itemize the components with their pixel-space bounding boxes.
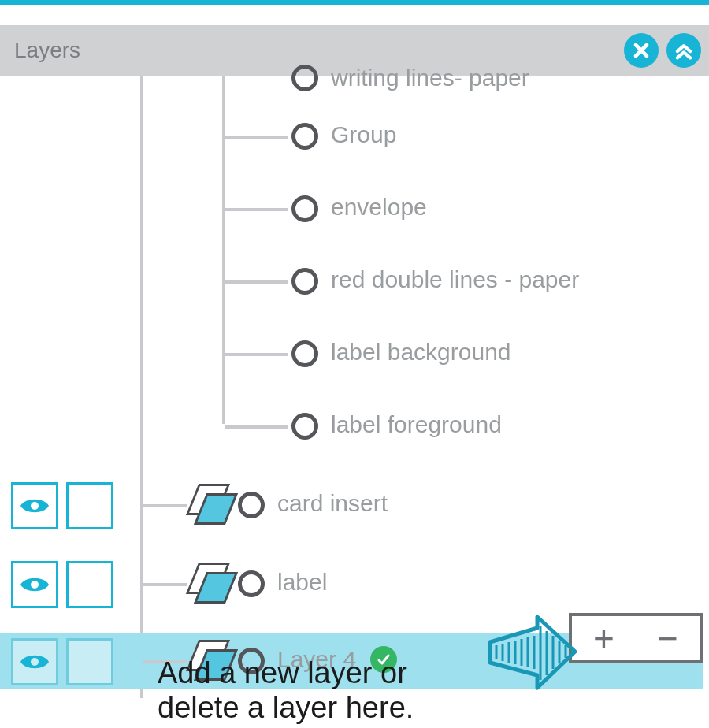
tree-item-label[interactable]: label foreground <box>331 411 502 438</box>
svg-point-2 <box>31 658 39 666</box>
shape-ring-icon[interactable] <box>291 413 318 440</box>
visibility-toggle[interactable] <box>11 482 58 529</box>
tree-branch <box>225 280 288 284</box>
tree-branch <box>225 136 288 139</box>
annotation-text: Add a new layer or delete a layer here. <box>158 656 414 725</box>
layer-thumb-icon[interactable] <box>189 482 233 526</box>
eye-icon <box>19 496 50 516</box>
shape-ring-icon[interactable] <box>291 65 318 91</box>
close-button[interactable] <box>624 33 659 68</box>
annotation-arrow-icon <box>482 611 577 700</box>
tree-branch <box>225 425 288 429</box>
add-layer-button[interactable]: + <box>593 617 614 659</box>
x-icon <box>630 39 652 61</box>
eye-icon <box>19 574 50 595</box>
tree-item-label[interactable]: writing lines- paper <box>331 65 693 91</box>
lock-toggle[interactable] <box>66 482 113 529</box>
annotation-line1: Add a new layer or <box>158 656 414 690</box>
double-chevron-up-icon <box>673 39 695 61</box>
layer-tree: writing lines- paper Group envelope red … <box>0 76 703 728</box>
panel-title: Layers <box>14 38 80 63</box>
shape-ring-icon[interactable] <box>238 492 265 518</box>
top-border <box>0 0 709 5</box>
remove-layer-button[interactable]: − <box>657 617 678 659</box>
lock-toggle[interactable] <box>66 561 113 608</box>
shape-ring-icon[interactable] <box>291 123 318 150</box>
eye-icon <box>19 652 50 672</box>
tree-item-label[interactable]: label background <box>331 339 511 366</box>
sub-trunk <box>222 76 225 424</box>
tree-trunk <box>140 76 143 698</box>
tree-item-label[interactable]: red double lines - paper <box>331 266 579 293</box>
svg-point-0 <box>31 502 39 510</box>
annotation-line2: delete a layer here. <box>158 690 414 725</box>
header-icons <box>624 33 701 68</box>
layer-label[interactable]: card insert <box>277 490 388 517</box>
tree-branch <box>225 353 288 356</box>
layer-toggles <box>11 638 113 685</box>
tree-branch <box>225 208 288 211</box>
tree-branch <box>143 583 187 586</box>
layer-toggles <box>11 482 113 529</box>
layer-thumb-icon[interactable] <box>189 561 233 605</box>
shape-ring-icon[interactable] <box>291 268 318 295</box>
shape-ring-icon[interactable] <box>238 570 265 597</box>
shape-ring-icon[interactable] <box>291 340 318 367</box>
visibility-toggle[interactable] <box>11 561 58 608</box>
visibility-toggle[interactable] <box>11 638 58 685</box>
tree-item-label[interactable]: envelope <box>331 194 427 221</box>
tree-item-label[interactable]: Group <box>331 121 396 148</box>
layer-toggles <box>11 561 113 608</box>
collapse-button[interactable] <box>666 33 701 68</box>
svg-point-1 <box>31 581 39 589</box>
lock-toggle[interactable] <box>66 638 113 685</box>
layer-add-remove: + − <box>569 613 703 663</box>
tree-branch <box>143 504 187 507</box>
shape-ring-icon[interactable] <box>291 195 318 222</box>
layer-label[interactable]: label <box>277 569 327 596</box>
